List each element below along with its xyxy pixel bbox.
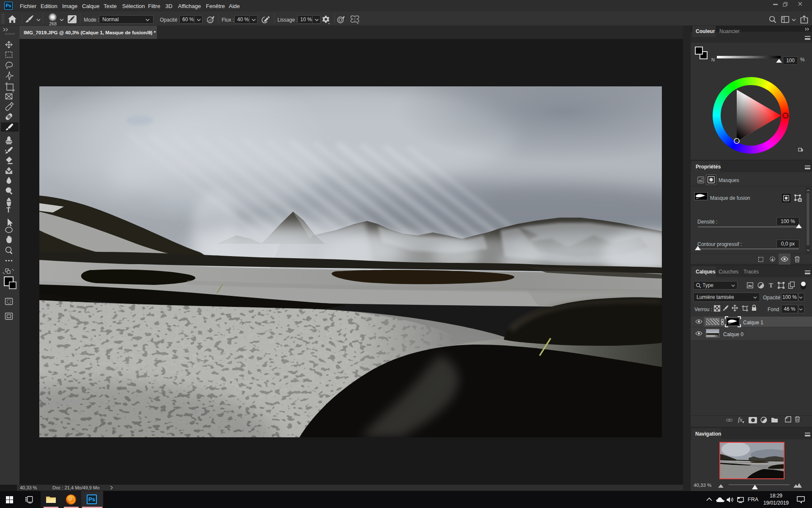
svg-text:T: T — [6, 207, 11, 214]
